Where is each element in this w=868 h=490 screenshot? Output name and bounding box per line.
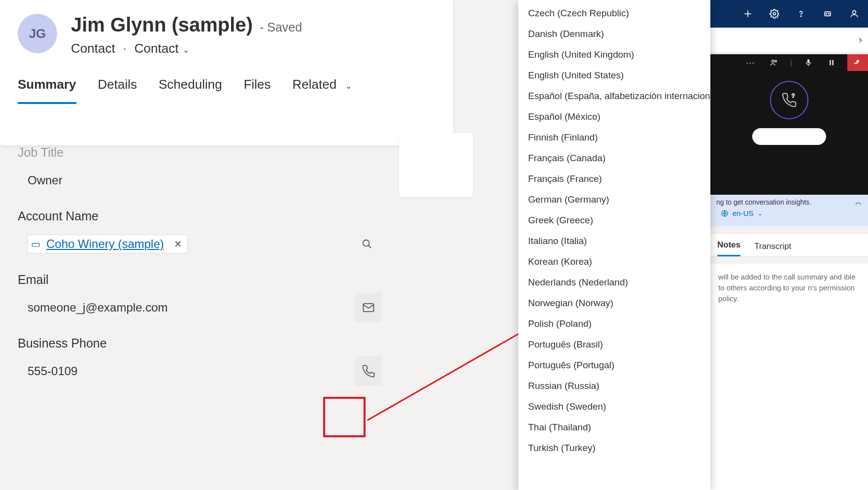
phone-value: 555-0109 [28,364,77,378]
annotation-box-phone [323,397,366,437]
language-option[interactable]: Italiano (Italia) [518,231,710,251]
help-button[interactable] [796,9,806,19]
breadcrumb: Contact · Contact ⌄ [71,41,302,56]
language-option[interactable]: Thai (Thailand) [518,417,710,438]
svg-point-6 [773,13,776,15]
language-option[interactable]: Nederlands (Nederland) [518,272,710,293]
account-name-field[interactable]: ▭ Coho Winery (sample) ✕ [18,229,382,259]
call-phone-button[interactable] [355,356,382,386]
participants-button[interactable] [767,55,781,70]
language-option[interactable]: Russian (Russia) [518,376,710,396]
insight-text: ng to get conversation insights. [716,198,811,206]
account-lookup-pill[interactable]: ▭ Coho Winery (sample) ✕ [28,235,188,253]
phone-field[interactable]: 555-0109 [18,356,355,386]
language-option[interactable]: Español (México) [518,106,710,127]
language-option[interactable]: Czech (Czech Republic) [518,3,710,24]
call-panel: ⋯ | ? [710,54,868,197]
language-option[interactable]: Français (France) [518,169,710,189]
breadcrumb-separator: · [123,41,127,56]
language-option[interactable]: German (Germany) [518,189,710,210]
chevron-down-icon: ⌄ [345,81,352,91]
settings-button[interactable] [769,9,779,19]
assistant-button[interactable] [823,9,833,19]
breadcrumb-form-label: Contact [134,41,179,56]
record-tabs: Summary Details Scheduling Files Related… [18,77,435,104]
language-option[interactable]: Korean (Korea) [518,251,710,272]
svg-rect-2 [364,304,374,312]
chevron-down-icon: ⌄ [758,210,763,217]
tab-related-label: Related [293,77,337,92]
language-option[interactable]: Swedish (Sweden) [518,396,710,417]
expand-panel-button[interactable]: › [859,34,862,46]
breadcrumb-form[interactable]: Contact ⌄ [134,41,190,56]
help-icon [796,9,806,19]
bot-icon [823,9,833,19]
end-call-button[interactable] [847,54,868,71]
svg-point-9 [826,13,827,14]
clear-lookup-icon[interactable]: ✕ [174,238,182,250]
collapse-insight-icon[interactable]: ︽ [855,198,862,207]
email-label: Email [18,273,382,287]
svg-point-11 [853,10,856,14]
record-icon: ▭ [31,238,40,250]
email-value: someone_j@example.com [28,301,168,315]
add-button[interactable] [743,9,753,19]
call-controls: ⋯ | [710,54,868,71]
email-field[interactable]: someone_j@example.com [18,293,355,322]
tab-related[interactable]: Related ⌄ [293,77,353,104]
svg-point-7 [801,16,801,16]
language-code-label: en-US [733,209,754,217]
search-icon[interactable] [362,239,372,249]
tab-scheduling[interactable]: Scheduling [159,77,222,104]
language-option[interactable]: Norwegian (Norway) [518,293,710,314]
phone-label: Business Phone [18,336,382,350]
calling-icon: ? [781,92,797,108]
job-title-label: Job Title [18,145,382,160]
tab-notes[interactable]: Notes [717,240,740,256]
side-card [399,133,473,197]
language-selector[interactable]: en-US ⌄ [716,207,767,220]
language-option[interactable]: Español (España, alfabetización internac… [518,86,710,106]
language-option[interactable]: English (United States) [518,65,710,86]
avatar: JG [18,14,57,53]
tab-transcript[interactable]: Transcript [754,242,791,256]
language-option[interactable]: Français (Canada) [518,148,710,169]
caller-name-redacted [752,128,826,145]
svg-rect-14 [807,59,810,63]
hold-button[interactable] [825,56,838,70]
more-options-button[interactable]: ⋯ [743,54,758,71]
account-name-label: Account Name [18,209,382,223]
mute-button[interactable] [801,55,816,70]
plus-icon [743,9,753,19]
tab-files[interactable]: Files [244,77,271,104]
tab-details[interactable]: Details [98,77,137,104]
language-dropdown[interactable]: Czech (Czech Republic)Danish (Denmark)En… [518,0,710,490]
tab-summary[interactable]: Summary [18,77,76,104]
language-option[interactable]: Turkish (Turkey) [518,438,710,458]
breadcrumb-entity: Contact [71,41,115,56]
svg-point-12 [772,60,774,63]
svg-rect-16 [832,60,834,66]
language-option[interactable]: Português (Portugal) [518,355,710,376]
profile-button[interactable] [849,9,859,19]
phone-icon [362,364,375,378]
panel-collapse-row: › [710,28,868,52]
svg-point-13 [775,60,777,62]
job-title-field[interactable]: Owner [18,166,382,195]
conversation-insight-strip: ng to get conversation insights. ︽ en-US… [710,195,868,226]
language-option[interactable]: Polish (Poland) [518,314,710,334]
people-icon [769,58,778,67]
svg-line-1 [368,245,371,248]
language-option[interactable]: Português (Brasil) [518,334,710,355]
svg-rect-15 [830,60,831,66]
call-notes-description: will be added to the call summary and ib… [710,264,868,490]
language-option[interactable]: Greek (Greece) [518,210,710,231]
language-option[interactable]: Finnish (Finland) [518,127,710,148]
pause-icon [828,59,835,67]
save-status: - Saved [260,20,302,35]
account-link[interactable]: Coho Winery (sample) [46,237,164,251]
send-email-button[interactable] [355,293,382,322]
language-option[interactable]: English (United Kingdom) [518,44,710,65]
language-option[interactable]: Danish (Denmark) [518,24,710,44]
globe-icon [721,210,729,217]
